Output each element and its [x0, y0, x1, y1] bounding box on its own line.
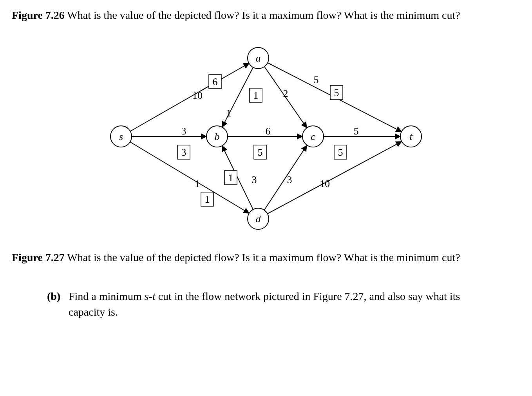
svg-text:d: d [256, 213, 261, 224]
svg-text:1: 1 [205, 193, 210, 205]
figure-7-27-label: Figure 7.27 [12, 251, 65, 263]
node-t: t [400, 126, 422, 147]
node-a: a [248, 47, 269, 69]
cap-a-b: 1 [226, 107, 232, 118]
cap-s-a: 10 [192, 89, 203, 101]
cap-b-c: 6 [266, 125, 271, 136]
svg-text:1: 1 [253, 89, 259, 101]
cap-d-c: 3 [287, 174, 292, 185]
question-b: (b) Find a minimum s-t cut in the flow n… [12, 289, 520, 320]
graph-svg: 10 3 1 1 2 5 6 3 3 5 10 6 3 1 [90, 35, 442, 242]
flow-a-t: 5 [330, 85, 343, 100]
edge-s-a [130, 63, 249, 131]
svg-text:c: c [311, 131, 315, 142]
question-b-marker: (b) [47, 289, 69, 320]
flow-s-a: 6 [209, 74, 221, 89]
cap-d-b: 3 [252, 174, 257, 185]
svg-text:t: t [409, 131, 413, 142]
svg-text:3: 3 [181, 146, 186, 158]
figure-7-26-caption: Figure 7.26 What is the value of the dep… [12, 8, 520, 23]
svg-text:b: b [215, 131, 220, 142]
flow-s-b: 3 [177, 145, 190, 159]
cap-a-c: 2 [283, 87, 288, 99]
flow-d-b: 1 [224, 171, 237, 185]
question-b-body: Find a minimum s-t cut in the flow netwo… [69, 289, 520, 320]
cap-d-t: 10 [320, 178, 330, 189]
flow-network-diagram: 10 3 1 1 2 5 6 3 3 5 10 6 3 1 [12, 35, 520, 242]
flow-s-d: 1 [201, 192, 214, 206]
figure-7-27-caption: Figure 7.27 What is the value of the dep… [12, 250, 520, 265]
cap-a-t: 5 [314, 74, 319, 85]
flow-a-b: 1 [250, 88, 262, 102]
svg-text:5: 5 [338, 146, 343, 158]
svg-text:5: 5 [334, 87, 339, 98]
cap-s-d: 1 [195, 178, 200, 189]
svg-text:a: a [256, 52, 261, 64]
node-b: b [206, 126, 228, 147]
figure-7-27-text: What is the value of the depicted flow? … [67, 251, 460, 263]
node-d: d [248, 208, 269, 229]
cap-s-b: 3 [181, 125, 186, 136]
svg-text:6: 6 [213, 76, 218, 87]
figure-7-26-label: Figure 7.26 [12, 9, 65, 21]
figure-7-26-text: What is the value of the depicted flow? … [67, 9, 460, 21]
edge-d-c [264, 145, 307, 210]
flow-c-t: 5 [334, 145, 347, 159]
svg-text:1: 1 [228, 172, 233, 183]
flow-b-c: 5 [254, 145, 266, 159]
cap-c-t: 5 [354, 125, 359, 136]
node-c: c [302, 126, 324, 147]
svg-text:5: 5 [258, 146, 263, 158]
node-s: s [110, 126, 132, 147]
svg-text:s: s [119, 131, 123, 142]
page: Figure 7.26 What is the value of the dep… [0, 0, 532, 396]
